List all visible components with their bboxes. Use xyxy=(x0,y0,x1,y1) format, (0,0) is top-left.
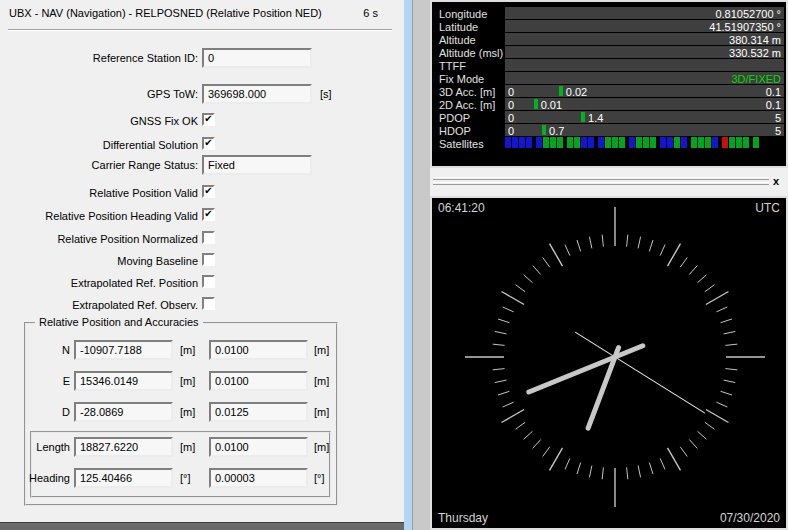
reference-station-row: Reference Station ID: 0 xyxy=(0,48,404,69)
length-value-field[interactable]: 18827.6220 xyxy=(74,437,173,457)
clock-tick xyxy=(627,467,628,479)
acc-3d-marker-value: 0.02 xyxy=(566,86,587,97)
acc-3d-marker xyxy=(559,86,563,96)
altitude-msl-row: Altitude (msl) 330.532 m xyxy=(437,46,785,59)
minute-hand xyxy=(529,346,643,392)
clock-tick xyxy=(503,307,514,312)
hdop-bar: 0 0.7 5 xyxy=(505,124,784,136)
hdop-row: HDOP 0 0.7 5 xyxy=(437,124,785,137)
clock-tick xyxy=(498,391,509,395)
pdop-row: PDOP 0 1.4 5 xyxy=(437,111,785,124)
clock-tick xyxy=(716,402,727,407)
clock-tick xyxy=(533,439,541,448)
east-row: E 15346.0149 [m] 0.0100 [m] xyxy=(26,371,336,392)
clock-tick xyxy=(550,448,563,471)
acc-3d-row: 3D Acc. [m] 0 0.02 0.1 xyxy=(437,85,785,98)
satellite-indicator-green xyxy=(743,137,749,148)
moving-baseline-checkbox[interactable] xyxy=(202,253,215,266)
rel-pos-heading-valid-checkbox[interactable] xyxy=(202,208,215,221)
clock-tick xyxy=(498,319,509,323)
satellite-indicator-blue xyxy=(519,137,525,148)
satellite-indicator-blue xyxy=(505,137,511,148)
clock-tick xyxy=(706,292,729,305)
differential-solution-row: Differential Solution xyxy=(0,135,404,156)
gps-tow-row: GPS ToW: 369698.000 [s] xyxy=(0,84,404,105)
clock-tick xyxy=(725,369,737,370)
length-accuracy-field[interactable]: 0.0100 xyxy=(209,437,308,457)
clock-tick xyxy=(533,266,541,275)
clock-tick xyxy=(649,463,653,474)
north-accuracy-unit: [m] xyxy=(314,344,329,356)
clock-tick xyxy=(724,380,736,382)
clock-tick xyxy=(524,431,533,439)
extrapolated-ref-observ-row: Extrapolated Ref. Observ. xyxy=(0,295,404,316)
satellite-indicator-blue xyxy=(581,137,587,148)
longitude-label: Longitude xyxy=(439,8,487,20)
bar-min-label: 0 xyxy=(508,99,514,110)
heading-value-field[interactable]: 125.40466 xyxy=(74,468,173,488)
rel-pos-valid-checkbox[interactable] xyxy=(202,185,215,198)
clock-tick xyxy=(550,244,563,267)
altitude-label: Altitude xyxy=(439,34,476,46)
clock-tick xyxy=(589,237,591,249)
satellite-indicator-green xyxy=(550,137,556,148)
pdop-marker xyxy=(581,112,585,122)
ttff-row: TTFF xyxy=(437,59,785,72)
clock-tick xyxy=(716,307,727,312)
clock-tick xyxy=(577,463,581,474)
satellite-indicator-green xyxy=(705,137,711,148)
rel-pos-normalized-label: Relative Position Normalized xyxy=(57,233,198,245)
heading-accuracy-field[interactable]: 0.00003 xyxy=(209,468,308,488)
bottom-splitter-bar[interactable] xyxy=(0,522,412,530)
reference-station-field[interactable]: 0 xyxy=(202,48,312,68)
clock-tick xyxy=(725,344,737,345)
analog-clock xyxy=(432,198,786,528)
rel-pos-normalized-row: Relative Position Normalized xyxy=(0,229,404,250)
east-value-field[interactable]: 15346.0149 xyxy=(74,371,173,391)
satellite-indicator-blue xyxy=(512,137,518,148)
north-accuracy-field[interactable]: 0.0100 xyxy=(209,340,308,360)
clock-weekday: Thursday xyxy=(438,511,488,525)
extrapolated-ref-observ-checkbox[interactable] xyxy=(202,297,215,310)
satellite-indicator-blue xyxy=(526,137,532,148)
differential-solution-checkbox[interactable] xyxy=(202,137,215,150)
length-unit: [m] xyxy=(180,441,195,453)
close-icon[interactable]: x xyxy=(769,174,783,188)
message-title: UBX - NAV (Navigation) - RELPOSNED (Rela… xyxy=(9,7,322,19)
splitter-grip[interactable] xyxy=(433,177,769,180)
rel-pos-normalized-checkbox[interactable] xyxy=(202,231,215,244)
rel-pos-heading-valid-row: Relative Position Heading Valid xyxy=(0,206,404,227)
gps-tow-field[interactable]: 369698.000 xyxy=(202,84,312,104)
rel-pos-valid-label: Relative Position Valid xyxy=(89,187,198,199)
acc-2d-marker xyxy=(534,99,538,109)
extrapolated-ref-position-checkbox[interactable] xyxy=(202,275,215,288)
u-center-window: UBX - NAV (Navigation) - RELPOSNED (Rela… xyxy=(0,0,788,530)
down-accuracy-field[interactable]: 0.0125 xyxy=(209,402,308,422)
clock-tick xyxy=(680,447,687,457)
satellite-indicator-green xyxy=(619,137,625,148)
down-value-field[interactable]: -28.0869 xyxy=(74,402,173,422)
hdop-label: HDOP xyxy=(439,125,471,137)
satellite-indicator-green xyxy=(691,137,697,148)
clock-tick xyxy=(705,422,715,429)
carrier-range-field[interactable]: Fixed xyxy=(202,155,312,175)
bar-max-label: 5 xyxy=(775,112,781,123)
fix-mode-row: Fix Mode 3D/FIXED xyxy=(437,72,785,85)
clock-tick xyxy=(660,458,665,469)
clock-tick xyxy=(543,447,550,457)
east-accuracy-field[interactable]: 0.0100 xyxy=(209,371,308,391)
splitter-grip[interactable] xyxy=(433,182,769,185)
north-value-field[interactable]: -10907.7188 xyxy=(74,340,173,360)
fix-mode-value: 3D/FIXED xyxy=(505,72,784,84)
clock-tick xyxy=(602,235,603,247)
north-unit: [m] xyxy=(180,344,195,356)
extrapolated-ref-position-label: Extrapolated Ref. Position xyxy=(71,277,198,289)
clock-tick xyxy=(602,467,603,479)
gnss-fix-ok-checkbox[interactable] xyxy=(202,113,215,126)
clock-date: 07/30/2020 xyxy=(720,511,780,525)
bar-min-label: 0 xyxy=(508,125,514,136)
bar-min-label: 0 xyxy=(508,112,514,123)
clock-tick xyxy=(721,391,732,395)
docking-splitter[interactable]: x xyxy=(430,170,788,196)
clock-tick xyxy=(503,402,514,407)
